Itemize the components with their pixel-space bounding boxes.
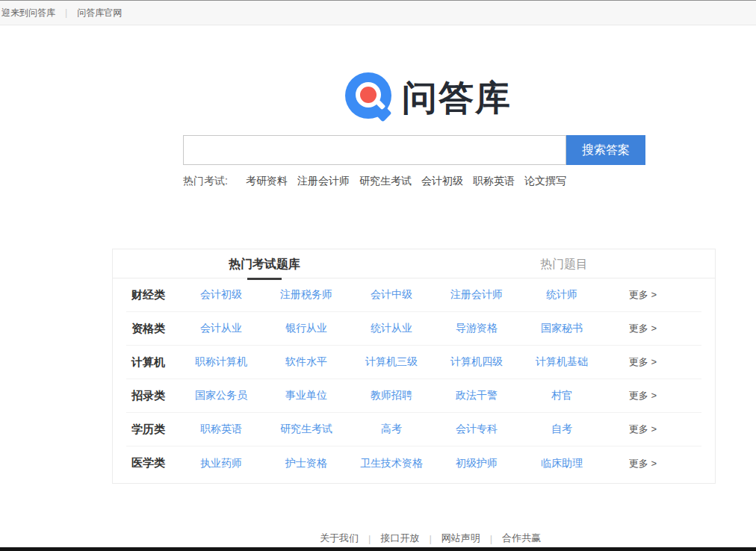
exam-link[interactable]: 计算机三级 <box>365 355 418 367</box>
exam-link[interactable]: 高考 <box>381 423 402 435</box>
site-title: 问答库 <box>402 80 512 115</box>
exam-link[interactable]: 村官 <box>551 389 572 401</box>
exam-link[interactable]: 职称英语 <box>200 423 242 435</box>
search-answers-button[interactable]: 搜索答案 <box>566 135 645 165</box>
hot-exam-link[interactable]: 考研资料 <box>246 175 288 188</box>
panel-header: 热门考试题库 热门题目 <box>113 249 715 278</box>
footer: 关于我们 | 接口开放 | 网站声明 | 合作共赢 <box>320 532 541 545</box>
hot-exams-row: 热门考试: 考研资料 注册会计师 研究生考试 会计初级 职称英语 论文撰写 <box>183 175 576 188</box>
category-label: 计算机 <box>126 355 179 370</box>
exam-link[interactable]: 自考 <box>551 423 572 435</box>
exam-link[interactable]: 计算机基础 <box>536 355 588 367</box>
footer-link-statement[interactable]: 网站声明 <box>441 532 480 545</box>
q-red-dot-shape <box>360 87 377 103</box>
tab-hot-exam-banks[interactable]: 热门考试题库 <box>229 249 300 278</box>
exam-link[interactable]: 护士资格 <box>285 457 327 469</box>
exam-link[interactable]: 政法干警 <box>456 389 498 401</box>
official-site-link[interactable]: 问答库官网 <box>77 7 122 19</box>
exam-link[interactable]: 软件水平 <box>285 355 327 367</box>
hot-exams-label: 热门考试: <box>183 175 228 188</box>
category-rows: 财经类 会计初级 注册税务师 会计中级 注册会计师 统计师 更多 > 资格类 会… <box>113 278 715 480</box>
footer-link-cooperation[interactable]: 合作共赢 <box>502 532 541 545</box>
exam-link[interactable]: 银行从业 <box>285 322 327 334</box>
category-label: 学历类 <box>126 423 179 437</box>
logo: 问答库 <box>345 72 512 122</box>
bottom-edge-bar <box>0 547 756 551</box>
hot-exam-link[interactable]: 会计初级 <box>421 175 463 188</box>
exam-link[interactable]: 职称计算机 <box>195 355 247 367</box>
topbar-welcome-text: 迎来到问答库 <box>1 7 55 19</box>
exam-link[interactable]: 临床助理 <box>541 457 583 469</box>
exam-link[interactable]: 事业单位 <box>285 389 327 401</box>
exam-link[interactable]: 执业药师 <box>200 457 242 469</box>
exam-link[interactable]: 会计中级 <box>371 288 412 300</box>
exam-link[interactable]: 注册税务师 <box>280 288 332 300</box>
hot-exam-link[interactable]: 职称英语 <box>473 175 515 188</box>
category-row-education: 学历类 职称英语 研究生考试 高考 会计专科 自考 更多 > <box>126 413 701 446</box>
footer-divider: | <box>368 533 371 544</box>
category-row-recruitment: 招录类 国家公务员 事业单位 教师招聘 政法干警 村官 更多 > <box>126 379 701 413</box>
exam-link[interactable]: 国家公务员 <box>195 389 247 401</box>
exam-category-panel: 热门考试题库 热门题目 财经类 会计初级 注册税务师 会计中级 注册会计师 统计… <box>112 249 716 484</box>
exam-link[interactable]: 统计从业 <box>371 322 412 334</box>
more-link[interactable]: 更多 > <box>629 423 701 436</box>
footer-link-api[interactable]: 接口开放 <box>380 532 419 545</box>
more-link[interactable]: 更多 > <box>629 355 701 369</box>
search-input[interactable] <box>183 135 566 165</box>
topbar-divider: | <box>65 7 67 18</box>
footer-link-about[interactable]: 关于我们 <box>320 532 359 545</box>
category-row-qualification: 资格类 会计从业 银行从业 统计从业 导游资格 国家秘书 更多 > <box>126 312 701 346</box>
qa-bubble-logo-icon <box>345 72 394 122</box>
more-link[interactable]: 更多 > <box>629 288 701 302</box>
exam-link[interactable]: 导游资格 <box>456 322 498 334</box>
exam-link[interactable]: 教师招聘 <box>371 389 412 401</box>
category-label: 财经类 <box>126 288 179 302</box>
exam-link[interactable]: 会计专科 <box>456 423 498 435</box>
exam-link[interactable]: 统计师 <box>546 288 577 300</box>
category-label: 医学类 <box>126 456 179 470</box>
tab-hot-questions[interactable]: 热门题目 <box>540 249 588 278</box>
hot-exam-link[interactable]: 论文撰写 <box>524 175 566 188</box>
hot-exam-link[interactable]: 研究生考试 <box>359 175 412 188</box>
category-row-finance: 财经类 会计初级 注册税务师 会计中级 注册会计师 统计师 更多 > <box>126 278 701 312</box>
exam-link[interactable]: 会计初级 <box>200 288 242 300</box>
footer-divider: | <box>429 533 431 544</box>
exam-link[interactable]: 初级护师 <box>456 457 498 469</box>
topbar: 迎来到问答库 | 问答库官网 <box>0 0 756 25</box>
exam-link[interactable]: 卫生技术资格 <box>360 457 423 469</box>
footer-divider: | <box>490 533 492 544</box>
exam-link[interactable]: 国家秘书 <box>541 322 583 334</box>
more-link[interactable]: 更多 > <box>629 322 701 335</box>
category-row-medical: 医学类 执业药师 护士资格 卫生技术资格 初级护师 临床助理 更多 > <box>126 446 701 480</box>
hot-exam-link[interactable]: 注册会计师 <box>297 175 350 188</box>
category-label: 资格类 <box>126 322 179 336</box>
exam-link[interactable]: 计算机四级 <box>450 355 503 367</box>
exam-link[interactable]: 会计从业 <box>200 322 242 334</box>
exam-link[interactable]: 研究生考试 <box>280 423 332 435</box>
category-row-computer: 计算机 职称计算机 软件水平 计算机三级 计算机四级 计算机基础 更多 > <box>126 346 701 379</box>
more-link[interactable]: 更多 > <box>629 457 701 470</box>
exam-link[interactable]: 注册会计师 <box>450 288 503 300</box>
category-label: 招录类 <box>126 389 179 403</box>
more-link[interactable]: 更多 > <box>629 389 701 402</box>
